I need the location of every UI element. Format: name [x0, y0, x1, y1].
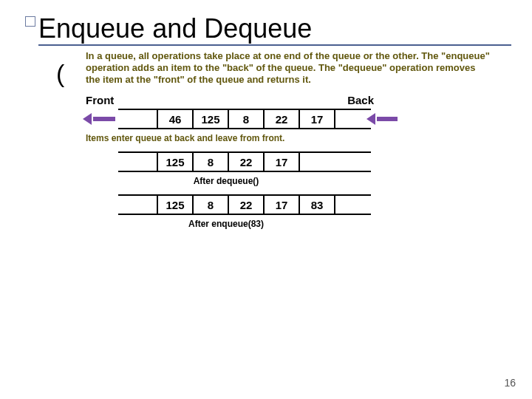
- queue-row-1: 46 125 8 22 17: [86, 109, 511, 129]
- queue3-cell-4: 83: [300, 196, 335, 214]
- caption-3: After enqueue(83): [86, 219, 366, 229]
- queue1-cell-0: 46: [158, 110, 194, 128]
- queue-description: In a queue, all operations take place at…: [86, 50, 491, 86]
- queue2-cell-0: 125: [158, 153, 194, 171]
- slide-title: Enqueue and Dequeue: [38, 15, 511, 43]
- queue2-trailing-empty: [300, 153, 371, 171]
- queue2-leading-empty: [118, 153, 158, 171]
- queue1-leading-empty: [118, 110, 158, 128]
- queue2-cell-2: 22: [229, 153, 265, 171]
- queue3-cell-1: 8: [194, 196, 229, 214]
- queue2-cell-1: 8: [194, 153, 229, 171]
- arrow-in-icon: [371, 114, 403, 124]
- title-rule: [38, 44, 511, 46]
- corner-decoration: [25, 16, 35, 27]
- queue2-cell-3: 17: [265, 153, 300, 171]
- caption-2: After dequeue(): [86, 176, 366, 186]
- queue1-trailing-empty: [335, 110, 371, 128]
- queue-row-2: 125 8 22 17: [86, 152, 511, 171]
- back-label: Back: [347, 94, 374, 106]
- queue3-cell-3: 17: [265, 196, 300, 214]
- queue2-cells: 125 8 22 17: [118, 151, 371, 172]
- queue1-cell-4: 17: [300, 110, 335, 128]
- queue1-cell-2: 8: [229, 110, 265, 128]
- ghost-paren: (: [56, 59, 64, 88]
- queue3-trailing-empty: [335, 196, 371, 214]
- queue3-cell-2: 22: [229, 196, 265, 214]
- caption-1: Items enter queue at back and leave from…: [86, 133, 511, 143]
- queue1-cell-1: 125: [194, 110, 229, 128]
- queue-row-3: 125 8 22 17 83: [86, 195, 511, 214]
- queue1-cell-3: 22: [265, 110, 300, 128]
- queue3-cell-0: 125: [158, 196, 194, 214]
- queue3-cells: 125 8 22 17 83: [118, 194, 371, 215]
- queue3-leading-empty: [118, 196, 158, 214]
- queue1-cells: 46 125 8 22 17: [118, 109, 371, 129]
- arrow-out-icon: [86, 114, 118, 124]
- labels-row: Front Back: [86, 94, 374, 106]
- front-label: Front: [86, 94, 114, 106]
- page-number: 16: [504, 377, 516, 389]
